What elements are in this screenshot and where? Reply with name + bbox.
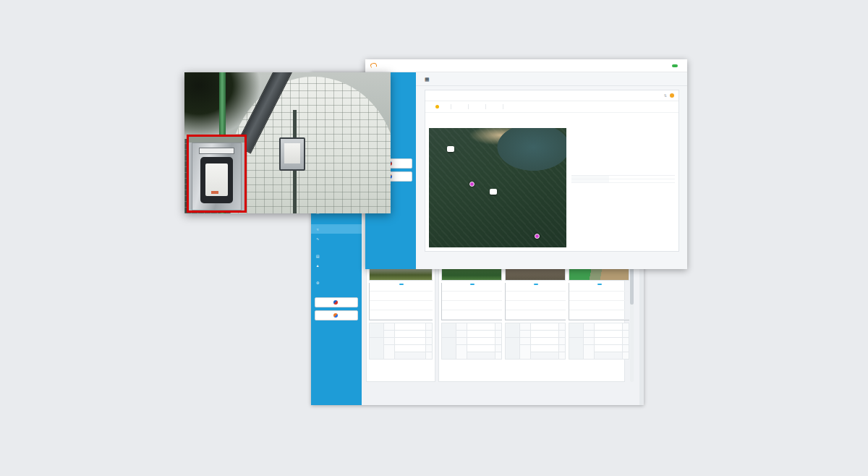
level-label <box>584 331 595 338</box>
design-capacity <box>531 323 559 331</box>
unit <box>559 323 566 331</box>
front-window: ▦ ≈ ∿ ▤ ▲ ⚙ ▦ <box>365 59 687 269</box>
dashboard-heading-icon: ▦ <box>425 77 430 82</box>
page-title: ▦ <box>416 72 687 86</box>
unit <box>559 331 566 338</box>
unit <box>559 345 566 352</box>
content-scrollbar[interactable] <box>630 253 634 382</box>
sidebar-collapse-arrow[interactable] <box>311 287 362 294</box>
map-tooltip-large-reservoir <box>490 189 497 195</box>
capacity-label <box>520 323 531 331</box>
tank-panel-2 <box>441 256 502 379</box>
unit <box>495 323 502 331</box>
index-legend <box>571 186 675 189</box>
tank-table-1 <box>369 323 433 360</box>
tank-percent-badge <box>534 284 538 285</box>
current-level <box>395 345 426 352</box>
design-capacity <box>595 323 623 331</box>
sun-icon <box>435 105 439 109</box>
dashboard-content: ▦ ⇅ <box>416 72 687 269</box>
tank-table-2 <box>441 323 502 360</box>
tank-panel-1 <box>369 256 433 360</box>
unit <box>495 331 502 338</box>
unit <box>559 338 566 345</box>
unit <box>495 345 502 352</box>
sidebar-section-data <box>311 243 362 251</box>
satellite-map[interactable] <box>429 128 566 247</box>
map-marker-small-reservoir[interactable] <box>469 182 475 187</box>
legend-item-spi <box>626 186 631 189</box>
sidebar-item-realtime-level[interactable]: ≈ <box>311 224 362 234</box>
capacity-label <box>384 323 395 331</box>
tank-level-chart-3 <box>505 283 566 320</box>
unit <box>426 331 433 338</box>
sidebar-item-system-settings[interactable]: ⚙ <box>311 278 362 287</box>
divider <box>468 104 469 109</box>
current-rate <box>395 352 426 360</box>
capacity-label <box>584 338 595 345</box>
current-level <box>531 345 559 352</box>
meter-name-plate <box>199 148 234 154</box>
tank-card-2 <box>438 253 625 382</box>
level-label <box>384 345 395 360</box>
water-level-icon: ≈ <box>315 227 320 231</box>
current-label <box>370 338 384 360</box>
current-capacity <box>467 338 495 345</box>
kict-logo-icon <box>370 62 377 69</box>
status-indicator-icon <box>670 93 674 98</box>
legend-swatch <box>626 186 629 189</box>
tank-panel-4 <box>569 256 629 379</box>
design-label <box>569 323 584 338</box>
current-level <box>467 345 495 352</box>
unit <box>495 352 502 360</box>
kict-logo[interactable] <box>370 63 380 68</box>
user-account-button[interactable] <box>672 64 678 67</box>
legend-swatch <box>616 186 619 189</box>
unit <box>426 323 433 331</box>
tank-panel-3 <box>505 256 566 379</box>
chart-icon: ▤ <box>315 254 320 258</box>
tank-percent-badge <box>399 284 404 285</box>
stat-label <box>571 179 609 182</box>
current-level <box>595 345 623 352</box>
tank-level-chart-1 <box>369 283 433 320</box>
site-photo <box>184 72 391 213</box>
tank-level-chart-4 <box>569 283 629 320</box>
capacity-label <box>520 338 531 345</box>
sidebar-section-operation <box>311 216 362 224</box>
drought-portal-link[interactable] <box>315 310 358 320</box>
tank-table-4 <box>569 323 629 360</box>
divider <box>451 104 451 109</box>
unit <box>623 331 629 338</box>
unit <box>623 345 629 352</box>
design-label <box>506 323 520 338</box>
unit <box>623 338 629 345</box>
sidebar-item-data-lookup[interactable]: ▤ <box>311 251 362 260</box>
current-capacity <box>531 338 559 345</box>
unit <box>623 323 629 331</box>
gear-icon: ⚙ <box>315 281 320 285</box>
sidebar-item-alarm-lookup[interactable]: ▲ <box>311 260 362 270</box>
map-marker-large-reservoir[interactable] <box>535 234 540 239</box>
meter-enclosure <box>192 143 242 211</box>
capacity-label <box>384 338 395 345</box>
kma-weather-link[interactable] <box>315 297 358 307</box>
design-label <box>370 323 384 338</box>
unit <box>495 338 502 345</box>
sidebar-item-realtime-flow[interactable]: ∿ <box>311 234 362 243</box>
tank-percent-badge <box>470 284 475 285</box>
current-rate <box>595 352 623 360</box>
current-label <box>569 338 584 360</box>
photo-small-meter-box <box>279 137 305 171</box>
storage-rate-panel: ⇅ <box>425 90 679 252</box>
current-rate <box>531 352 559 360</box>
capacity-label <box>456 323 467 331</box>
highlight-box <box>187 135 247 213</box>
legend-item-lh <box>616 186 621 189</box>
design-level <box>595 331 623 338</box>
unit <box>559 352 566 360</box>
meter-logo-mark <box>211 191 218 194</box>
design-label <box>442 323 456 338</box>
sort-icon[interactable]: ⇅ <box>664 93 667 98</box>
flow-icon: ∿ <box>315 237 320 241</box>
